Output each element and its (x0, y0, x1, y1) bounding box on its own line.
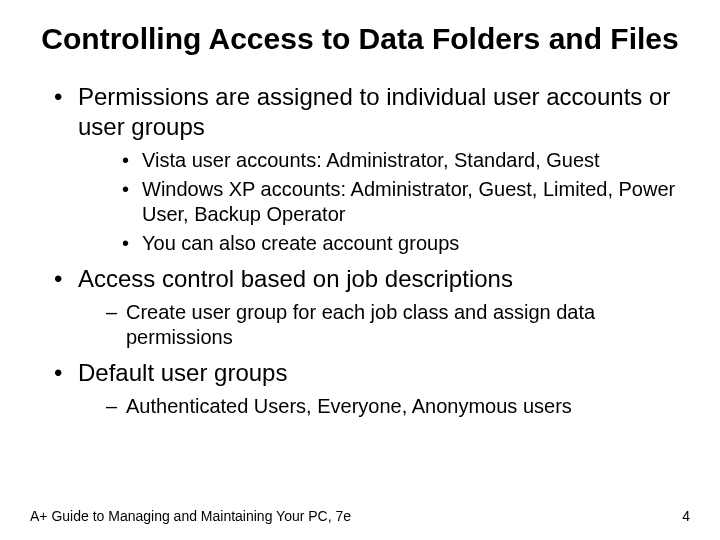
bullet-text: Access control based on job descriptions (78, 265, 513, 292)
sub-dash-item: Create user group for each job class and… (106, 300, 690, 350)
bullet-text: Permissions are assigned to individual u… (78, 83, 670, 140)
sub-bullet-list: Vista user accounts: Administrator, Stan… (78, 148, 690, 256)
slide-footer: A+ Guide to Managing and Maintaining You… (30, 508, 690, 524)
bullet-list: Permissions are assigned to individual u… (30, 82, 690, 419)
sub-dash-list: Create user group for each job class and… (78, 300, 690, 350)
bullet-text: Default user groups (78, 359, 287, 386)
sub-bullet-item: Windows XP accounts: Administrator, Gues… (122, 177, 690, 227)
sub-bullet-item: Vista user accounts: Administrator, Stan… (122, 148, 690, 173)
slide-title: Controlling Access to Data Folders and F… (30, 20, 690, 58)
bullet-item: Permissions are assigned to individual u… (54, 82, 690, 256)
sub-dash-list: Authenticated Users, Everyone, Anonymous… (78, 394, 690, 419)
bullet-item: Access control based on job descriptions… (54, 264, 690, 350)
page-number: 4 (682, 508, 690, 524)
bullet-item: Default user groups Authenticated Users,… (54, 358, 690, 419)
footer-left: A+ Guide to Managing and Maintaining You… (30, 508, 351, 524)
sub-bullet-item: You can also create account groups (122, 231, 690, 256)
sub-dash-item: Authenticated Users, Everyone, Anonymous… (106, 394, 690, 419)
